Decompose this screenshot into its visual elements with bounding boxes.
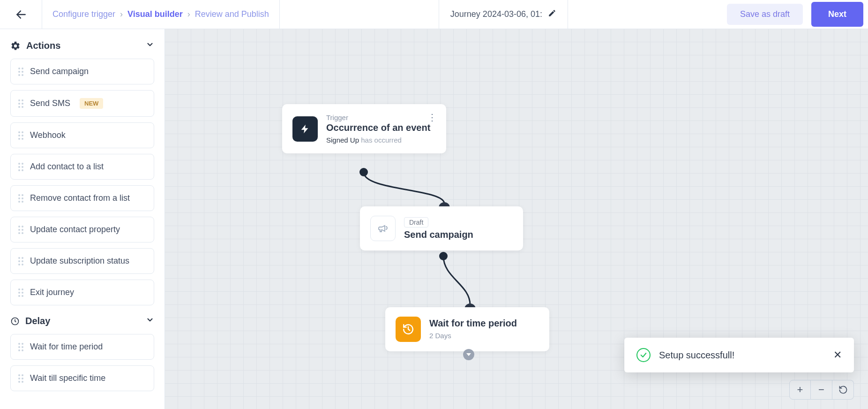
- next-button[interactable]: Next: [811, 2, 863, 27]
- action-label: Remove contact from a list: [30, 193, 130, 203]
- pencil-icon: [548, 9, 556, 17]
- node-subtitle: 2 Days: [429, 332, 517, 340]
- node-send-campaign[interactable]: Draft Send campaign: [360, 206, 523, 250]
- node-kicker: Trigger: [326, 114, 430, 121]
- action-label: Exit journey: [30, 288, 74, 297]
- node-sub-suffix: has occurred: [361, 136, 402, 144]
- toast-close-button[interactable]: ✕: [833, 349, 842, 361]
- node-body: Draft Send campaign: [404, 217, 473, 240]
- edit-title-button[interactable]: [548, 9, 556, 20]
- chevron-right-icon: ›: [187, 9, 190, 19]
- header-actions: Save as draft Next: [727, 0, 868, 29]
- node-output-port[interactable]: [439, 252, 448, 260]
- breadcrumb-step-configure-trigger[interactable]: Configure trigger: [52, 9, 115, 19]
- node-body: Trigger Occurrence of an event Signed Up…: [326, 114, 430, 144]
- zoom-reset-button[interactable]: [832, 380, 854, 400]
- drag-handle-icon: [18, 68, 23, 76]
- section-header-actions[interactable]: Actions: [10, 36, 154, 59]
- trigger-icon-box: [292, 116, 318, 142]
- node-body: Wait for time period 2 Days: [429, 318, 517, 341]
- flow-canvas[interactable]: Trigger Occurrence of an event Signed Up…: [165, 29, 868, 409]
- action-send-campaign[interactable]: Send campaign: [10, 59, 154, 84]
- action-label: Add contact to a list: [30, 162, 104, 172]
- action-webhook[interactable]: Webhook: [10, 122, 154, 148]
- drag-handle-icon: [18, 343, 23, 351]
- action-exit-journey[interactable]: Exit journey: [10, 280, 154, 305]
- node-sub-prefix: Signed Up: [326, 136, 359, 144]
- megaphone-icon: [377, 223, 389, 234]
- actions-sidebar: Actions Send campaign Send SMS NEW Webho…: [0, 29, 165, 409]
- content-area: Actions Send campaign Send SMS NEW Webho…: [0, 29, 868, 409]
- delay-label: Wait till specific time: [30, 373, 105, 383]
- delay-label: Wait for time period: [30, 342, 103, 352]
- journey-title-area: Journey 2024-03-06, 01:: [439, 0, 568, 29]
- success-toast: Setup successfull! ✕: [624, 338, 854, 372]
- arrow-left-icon: [15, 8, 27, 21]
- action-label: Update contact property: [30, 225, 120, 235]
- node-menu-button[interactable]: ⋮: [427, 112, 438, 123]
- node-subtitle: Signed Up has occurred: [326, 136, 430, 144]
- breadcrumb-step-review-publish[interactable]: Review and Publish: [195, 9, 269, 19]
- drag-handle-icon: [18, 131, 23, 140]
- action-send-sms[interactable]: Send SMS NEW: [10, 90, 154, 117]
- bolt-icon: [300, 124, 310, 134]
- refresh-icon: [838, 385, 848, 394]
- wait-icon-box: [396, 317, 421, 342]
- draft-badge: Draft: [404, 217, 428, 227]
- journey-title: Journey 2024-03-06, 01:: [450, 9, 542, 19]
- delay-wait-specific-time[interactable]: Wait till specific time: [10, 365, 154, 391]
- top-bar: Configure trigger › Visual builder › Rev…: [0, 0, 868, 29]
- history-icon: [402, 323, 414, 335]
- gear-icon: [10, 41, 21, 51]
- drag-handle-icon: [18, 163, 23, 171]
- campaign-icon-box: [370, 216, 396, 241]
- clock-icon: [10, 317, 20, 326]
- node-trigger[interactable]: Trigger Occurrence of an event Signed Up…: [282, 104, 446, 153]
- drag-handle-icon: [18, 288, 23, 297]
- node-title: Occurrence of an event: [326, 122, 430, 133]
- drag-handle-icon: [18, 99, 23, 108]
- section-title-actions: Actions: [26, 40, 60, 51]
- drag-handle-icon: [18, 374, 23, 383]
- node-wait-time-period[interactable]: Wait for time period 2 Days: [385, 307, 549, 351]
- action-label: Webhook: [30, 130, 66, 140]
- node-output-port[interactable]: [359, 168, 368, 176]
- node-title: Wait for time period: [429, 318, 517, 329]
- action-update-subscription-status[interactable]: Update subscription status: [10, 248, 154, 274]
- action-add-contact-list[interactable]: Add contact to a list: [10, 154, 154, 180]
- drag-handle-icon: [18, 257, 23, 265]
- section-header-delay[interactable]: Delay: [10, 311, 154, 334]
- delay-wait-time-period[interactable]: Wait for time period: [10, 334, 154, 360]
- new-badge: NEW: [80, 98, 103, 109]
- drag-handle-icon: [18, 226, 23, 234]
- check-circle-icon: [636, 348, 651, 362]
- chevron-down-icon: [146, 40, 154, 51]
- node-add-port[interactable]: [463, 349, 474, 360]
- breadcrumb-step-visual-builder[interactable]: Visual builder: [127, 9, 183, 19]
- save-draft-button[interactable]: Save as draft: [727, 4, 803, 25]
- action-label: Send campaign: [30, 67, 89, 76]
- back-button[interactable]: [0, 0, 42, 29]
- drag-handle-icon: [18, 194, 23, 203]
- action-update-contact-property[interactable]: Update contact property: [10, 217, 154, 242]
- zoom-controls: + −: [789, 380, 854, 400]
- section-title-delay: Delay: [25, 316, 50, 326]
- action-label: Send SMS: [30, 98, 70, 108]
- chevron-down-icon: [146, 316, 154, 326]
- action-label: Update subscription status: [30, 256, 129, 266]
- action-remove-contact-list[interactable]: Remove contact from a list: [10, 185, 154, 211]
- toast-message: Setup successfull!: [659, 350, 734, 361]
- breadcrumb: Configure trigger › Visual builder › Rev…: [42, 0, 280, 29]
- zoom-out-button[interactable]: −: [811, 380, 832, 400]
- chevron-right-icon: ›: [120, 9, 123, 19]
- zoom-in-button[interactable]: +: [789, 380, 811, 400]
- node-title: Send campaign: [404, 229, 473, 240]
